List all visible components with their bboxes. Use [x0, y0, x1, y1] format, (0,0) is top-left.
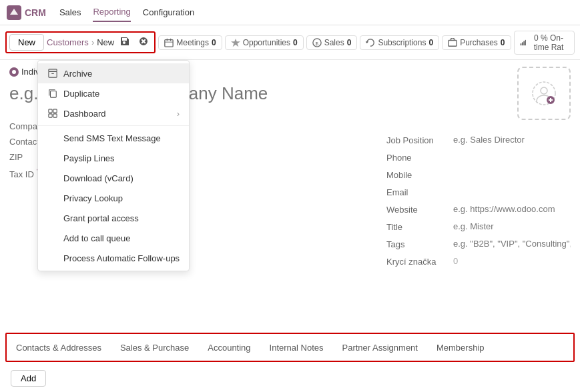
nav-item-reporting[interactable]: Reporting	[93, 3, 130, 22]
sales-button[interactable]: $ Sales 0	[306, 35, 358, 50]
tags-row: Tags	[386, 239, 571, 249]
dropdown-portal[interactable]: Grant portal access	[38, 208, 189, 228]
meetings-label: Meetings	[176, 38, 209, 47]
mobile-input[interactable]	[453, 169, 571, 179]
breadcrumb-customers[interactable]: Customers	[47, 37, 89, 47]
call-queue-label: Add to call queue	[63, 233, 130, 243]
purchases-button[interactable]: Purchases 0	[442, 35, 511, 50]
nav-logo: CRM	[7, 5, 46, 20]
meetings-count: 0	[212, 38, 216, 47]
svg-marker-5	[231, 38, 240, 46]
add-button[interactable]: Add	[11, 370, 46, 387]
followup-label: Process Automatic Follow-ups	[63, 253, 180, 263]
svg-rect-22	[49, 109, 52, 113]
nav-logo-text: CRM	[25, 7, 46, 18]
opportunities-label: Opportunities	[243, 38, 290, 47]
new-button[interactable]: New	[9, 34, 44, 51]
dropdown-archive[interactable]: Archive	[38, 63, 189, 83]
job-position-label: Job Position	[386, 135, 453, 145]
ontime-button[interactable]: 0 % On-time Rat	[514, 31, 575, 55]
breadcrumb-bordered: New Customers › New	[5, 31, 156, 53]
archive-icon	[47, 68, 58, 79]
save-button[interactable]	[117, 35, 133, 50]
individual-radio-dot	[9, 67, 19, 77]
photo-area	[386, 67, 571, 128]
phone-input[interactable]	[453, 152, 571, 162]
title-label: Title	[386, 221, 453, 232]
mobile-row: Mobile	[386, 169, 571, 180]
portal-icon	[47, 213, 58, 223]
sales-label: Sales	[324, 38, 344, 47]
svg-point-14	[541, 87, 547, 94]
svg-rect-11	[523, 41, 525, 45]
mobile-label: Mobile	[386, 169, 453, 180]
discard-button[interactable]	[135, 35, 152, 50]
payslip-icon	[47, 153, 58, 163]
website-row: Website	[386, 204, 571, 215]
email-row: Email	[386, 187, 571, 197]
vcard-icon	[47, 173, 58, 183]
email-input[interactable]	[453, 187, 571, 197]
dropdown-privacy[interactable]: Privacy Lookup	[38, 188, 189, 208]
vcard-label: Download (vCard)	[63, 173, 133, 183]
call-queue-icon	[47, 233, 58, 243]
tab-contacts[interactable]: Contacts & Addresses	[7, 336, 111, 359]
sales-count: 0	[347, 38, 352, 47]
dropdown-dashboard[interactable]: Dashboard ›	[38, 103, 189, 123]
right-column: Job Position Phone Mobile Email Website	[380, 60, 580, 333]
svg-text:$: $	[315, 40, 318, 46]
opportunities-button[interactable]: Opportunities 0	[225, 35, 304, 50]
dropdown-duplicate[interactable]: Duplicate	[38, 83, 189, 103]
dropdown-followup[interactable]: Process Automatic Follow-ups	[38, 248, 189, 268]
photo-placeholder[interactable]	[517, 67, 571, 120]
tab-partner-assignment[interactable]: Partner Assignment	[333, 336, 427, 359]
logo-icon	[7, 5, 21, 20]
nav-item-sales[interactable]: Sales	[59, 3, 81, 21]
tab-internal-notes[interactable]: Internal Notes	[260, 336, 333, 359]
purchases-label: Purchases	[460, 38, 498, 47]
svg-rect-23	[53, 109, 57, 113]
dashboard-arrow: ›	[177, 109, 180, 119]
svg-rect-12	[525, 39, 526, 45]
nav-items: Sales Reporting Configuration	[59, 3, 194, 22]
purchases-count: 0	[501, 38, 505, 47]
dropdown-vcard[interactable]: Download (vCard)	[38, 168, 189, 188]
dashboard-icon	[47, 108, 58, 119]
tab-sales-purchase[interactable]: Sales & Purchase	[111, 336, 198, 359]
subscriptions-count: 0	[428, 38, 433, 47]
breadcrumb-separator: ›	[91, 37, 94, 47]
tab-membership[interactable]: Membership	[427, 336, 494, 359]
breadcrumb-current: New	[97, 37, 114, 47]
dropdown-payslip[interactable]: Payslip Lines	[38, 148, 189, 168]
svg-rect-1	[165, 39, 173, 47]
svg-rect-8	[449, 40, 457, 46]
privacy-label: Privacy Lookup	[63, 193, 123, 203]
archive-label: Archive	[63, 69, 92, 79]
add-button-area: Add	[0, 365, 580, 392]
title-row: Title	[386, 221, 571, 232]
dropdown-call-queue[interactable]: Add to call queue	[38, 228, 189, 248]
followup-icon	[47, 253, 58, 263]
dropdown-sms[interactable]: Send SMS Text Message	[38, 128, 189, 148]
meetings-button[interactable]: Meetings 0	[158, 35, 222, 50]
privacy-icon	[47, 193, 58, 203]
website-input[interactable]	[453, 204, 571, 214]
svg-rect-9	[520, 43, 521, 45]
page: CRM Sales Reporting Configuration New Cu…	[0, 0, 580, 392]
svg-rect-25	[53, 114, 57, 117]
tab-accounting[interactable]: Accounting	[198, 336, 260, 359]
email-label: Email	[386, 187, 453, 197]
payslip-label: Payslip Lines	[63, 153, 115, 163]
kryci-row: Krycí značka 0	[386, 256, 571, 267]
svg-rect-18	[49, 71, 57, 77]
phone-label: Phone	[386, 152, 453, 163]
nav-item-configuration[interactable]: Configuration	[143, 3, 194, 21]
title-input[interactable]	[453, 221, 571, 231]
tags-input[interactable]	[453, 239, 571, 249]
tabs-area: Contacts & Addresses Sales & Purchase Ac…	[5, 333, 575, 362]
ontime-label: 0 % On-time Rat	[529, 33, 569, 52]
subscriptions-button[interactable]: Subscriptions 0	[360, 35, 439, 50]
job-position-input[interactable]	[453, 135, 571, 145]
subscriptions-label: Subscriptions	[378, 38, 426, 47]
top-actions: Meetings 0 Opportunities 0 $ Sales 0 Sub…	[158, 31, 575, 55]
